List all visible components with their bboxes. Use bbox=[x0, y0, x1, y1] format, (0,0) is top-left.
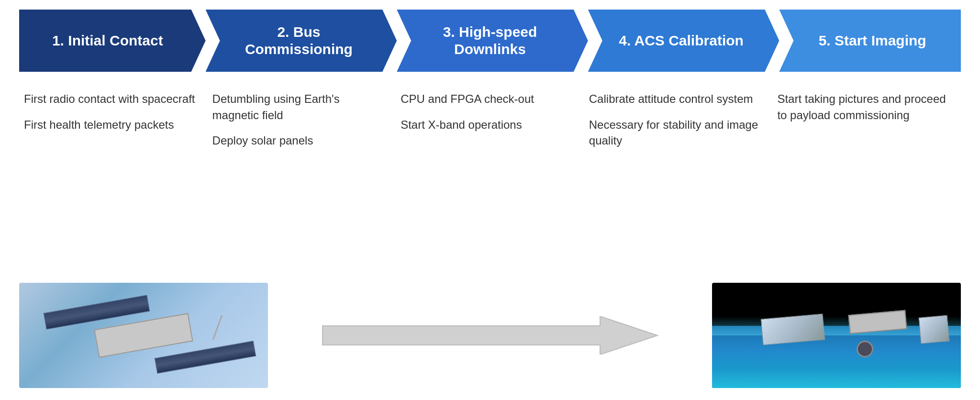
main-container: 1. Initial Contact 2. Bus Commissioning … bbox=[0, 0, 980, 400]
chevron-label-4: 4. ACS Calibration bbox=[619, 32, 744, 49]
acs-item-1: Calibrate attitude control system bbox=[589, 91, 763, 107]
chevron-label-5: 5. Start Imaging bbox=[819, 32, 926, 49]
satellite-image-left bbox=[19, 283, 268, 388]
col-acs-calibration: Calibrate attitude control system Necess… bbox=[584, 86, 773, 276]
chevron-acs-calibration: 4. ACS Calibration bbox=[588, 10, 780, 72]
bottom-row bbox=[19, 280, 961, 390]
bus-commissioning-item-2: Deploy solar panels bbox=[212, 133, 387, 149]
chevron-label-2: 2. Bus Commissioning bbox=[225, 23, 373, 58]
col-high-speed-downlinks: CPU and FPGA check-out Start X-band oper… bbox=[396, 86, 584, 276]
progress-arrow bbox=[287, 316, 693, 355]
arrow-svg bbox=[287, 316, 693, 355]
col-start-imaging: Start taking pictures and proceed to pay… bbox=[772, 86, 961, 276]
antenna-left bbox=[212, 315, 223, 340]
high-speed-item-1: CPU and FPGA check-out bbox=[401, 91, 575, 107]
satellite-body-left bbox=[94, 313, 193, 358]
chevron-label-1: 1. Initial Contact bbox=[52, 32, 163, 49]
initial-contact-item-1: First radio contact with spacecraft bbox=[24, 91, 198, 107]
content-row: First radio contact with spacecraft Firs… bbox=[19, 86, 961, 276]
initial-contact-item-2: First health telemetry packets bbox=[24, 117, 198, 133]
chevron-start-imaging: 5. Start Imaging bbox=[779, 10, 961, 72]
arrow-container bbox=[268, 316, 712, 355]
chevron-high-speed-downlinks: 3. High-speed Downlinks bbox=[397, 10, 588, 72]
arrow-shape bbox=[323, 316, 657, 355]
col-bus-commissioning: Detumbling using Earth's magnetic field … bbox=[208, 86, 396, 276]
acs-item-2: Necessary for stability and image qualit… bbox=[589, 117, 763, 149]
col-initial-contact: First radio contact with spacecraft Firs… bbox=[19, 86, 208, 276]
start-imaging-item-1: Start taking pictures and proceed to pay… bbox=[777, 91, 951, 123]
camera-lens bbox=[857, 341, 873, 357]
bus-commissioning-item-1: Detumbling using Earth's magnetic field bbox=[212, 91, 387, 123]
satellite-image-right bbox=[712, 283, 961, 388]
high-speed-item-2: Start X-band operations bbox=[401, 117, 575, 133]
chevron-initial-contact: 1. Initial Contact bbox=[19, 10, 206, 72]
chevron-bus-commissioning: 2. Bus Commissioning bbox=[206, 10, 397, 72]
solar-panel-right-right bbox=[919, 315, 950, 344]
chevron-banner: 1. Initial Contact 2. Bus Commissioning … bbox=[19, 10, 961, 72]
chevron-label-3: 3. High-speed Downlinks bbox=[416, 23, 564, 58]
solar-panel-bottom-left bbox=[155, 341, 256, 374]
